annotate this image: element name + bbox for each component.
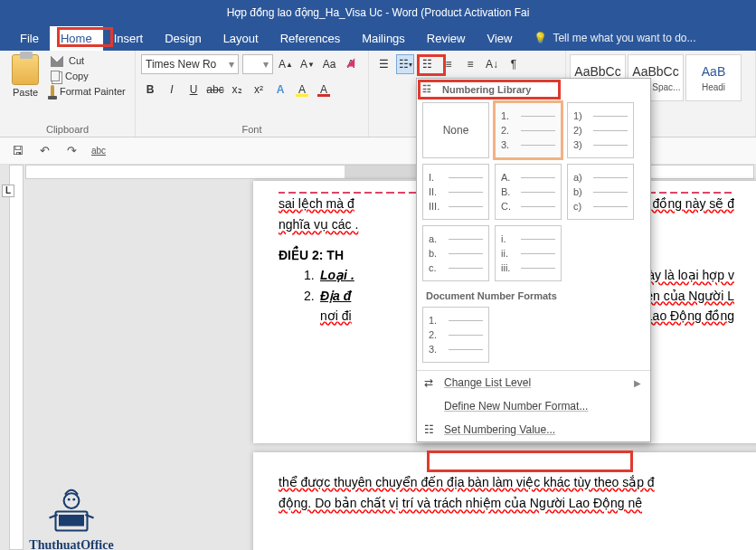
undo-button[interactable]: ↶ xyxy=(36,143,52,159)
ribbon-tabs: File Home Insert Design Layout Reference… xyxy=(0,25,756,51)
tab-selector[interactable]: L xyxy=(2,185,14,197)
tab-view[interactable]: View xyxy=(476,26,523,51)
chevron-right-icon: ▶ xyxy=(634,378,641,388)
value-icon: ☷ xyxy=(424,423,437,436)
tab-insert[interactable]: Insert xyxy=(103,26,155,51)
define-new-number-format-item[interactable]: Define New Number Format... xyxy=(417,394,650,418)
numbering-library-header: ☷ Numbering Library xyxy=(417,79,650,99)
paste-icon xyxy=(12,54,39,85)
style-sample: AaBbCc xyxy=(574,64,620,79)
doc-line: sai lệch mà đ xyxy=(279,196,354,211)
tell-me-placeholder: Tell me what you want to do... xyxy=(553,32,695,44)
style-head1-label: Headi xyxy=(702,82,725,92)
copy-icon xyxy=(51,71,60,81)
list-icon: ☷ xyxy=(422,83,431,95)
copy-button[interactable]: Copy xyxy=(51,71,126,81)
italic-button[interactable]: I xyxy=(163,80,181,100)
document-number-formats-header: Document Number Formats xyxy=(417,285,650,303)
logo-text: ThuthuatOffice xyxy=(22,538,121,550)
cut-button[interactable]: Cut xyxy=(51,54,126,67)
superscript-button[interactable]: x² xyxy=(250,80,268,100)
paste-button[interactable]: Paste xyxy=(5,54,45,98)
font-name-value: Times New Ro xyxy=(146,58,216,71)
logo-icon xyxy=(40,481,103,536)
clipboard-group-label: Clipboard xyxy=(5,122,129,135)
svg-point-4 xyxy=(72,498,75,501)
tab-mailings[interactable]: Mailings xyxy=(351,26,416,51)
bold-button[interactable]: B xyxy=(141,80,159,100)
group-clipboard: Paste Cut Copy Format Painter Clipboard xyxy=(0,51,136,137)
shrink-font-button[interactable]: A▼ xyxy=(298,54,317,74)
change-list-level-item[interactable]: ⇄ Change List Level ▶ xyxy=(417,371,650,394)
cut-icon xyxy=(51,54,63,67)
numbering-option-alpha-upper[interactable]: A. B. C. xyxy=(495,164,562,220)
title-bar: Hợp đồng lao động_Ha_Visa Uc - Word (Pro… xyxy=(0,0,756,25)
doc-line: thể được thuyên chuyển đến địa bàn làm v… xyxy=(279,475,655,489)
copy-label: Copy xyxy=(65,71,89,81)
format-painter-button[interactable]: Format Painter xyxy=(51,85,126,98)
font-group-label: Font xyxy=(141,122,363,135)
numbering-dropdown-panel: ☷ Numbering Library None 1. 2. 3. 1) 2) … xyxy=(416,78,651,442)
watermark-logo: ThuthuatOffice TIN VUI CUA DAN CONG SO xyxy=(22,481,121,550)
increase-indent-button[interactable]: ≡ xyxy=(461,54,479,74)
numbering-button[interactable]: ☷▾ xyxy=(396,54,414,74)
redo-button[interactable]: ↷ xyxy=(63,143,80,159)
numbering-library-label: Numbering Library xyxy=(442,84,531,95)
highlight-button[interactable]: A xyxy=(293,80,311,100)
numbering-option-roman-lower[interactable]: i. ii. iii. xyxy=(495,225,562,281)
svg-point-3 xyxy=(68,498,71,501)
style-heading1[interactable]: AaBHeadi xyxy=(685,54,742,101)
save-button[interactable]: 🖫 xyxy=(9,143,25,159)
svg-point-2 xyxy=(64,493,80,508)
doc-line: động. Do bản chất vị trí và trách nhiệm … xyxy=(279,496,642,510)
strikethrough-button[interactable]: abc xyxy=(206,80,224,100)
style-sample: AaB xyxy=(702,64,725,79)
numbering-option-decimal-paren[interactable]: 1) 2) 3) xyxy=(567,102,634,158)
paste-label: Paste xyxy=(13,87,38,98)
font-size-combo[interactable]: ▾ xyxy=(242,54,273,74)
sort-button[interactable]: A↓ xyxy=(483,54,501,74)
tab-references[interactable]: References xyxy=(269,26,351,51)
clear-formatting-button[interactable]: A◢ xyxy=(342,54,360,74)
numbering-option-none[interactable]: None xyxy=(422,102,489,158)
level-icon: ⇄ xyxy=(424,376,437,389)
decrease-indent-button[interactable]: ≡ xyxy=(439,54,458,74)
numbering-option-doc-decimal[interactable]: 1. 2. 3. xyxy=(422,307,489,363)
document-title: Hợp đồng lao động_Ha_Visa Uc - Word (Pro… xyxy=(227,6,530,19)
numbering-option-alpha-lower-paren[interactable]: a) b) c) xyxy=(567,164,634,220)
change-list-level-label: Change List Level xyxy=(444,376,531,389)
bulb-icon xyxy=(534,32,547,44)
subscript-button[interactable]: x₂ xyxy=(228,80,246,100)
svg-rect-1 xyxy=(59,515,84,526)
style-sample: AaBbCc xyxy=(632,64,678,79)
brush-icon xyxy=(51,85,54,98)
font-color-button[interactable]: A xyxy=(315,80,333,100)
tab-layout[interactable]: Layout xyxy=(213,26,269,51)
format-painter-label: Format Painter xyxy=(60,86,126,97)
grow-font-button[interactable]: A▲ xyxy=(277,54,295,74)
font-name-combo[interactable]: Times New Ro▾ xyxy=(141,54,239,74)
show-marks-button[interactable]: ¶ xyxy=(505,54,523,74)
chevron-down-icon: ▾ xyxy=(229,58,234,71)
tab-file[interactable]: File xyxy=(9,26,50,51)
text-effects-button[interactable]: A xyxy=(271,80,289,100)
chevron-down-icon: ▾ xyxy=(263,58,269,71)
numbering-option-roman-upper[interactable]: I. II. III. xyxy=(422,164,489,220)
tell-me-search[interactable]: Tell me what you want to do... xyxy=(534,32,695,44)
numbering-option-decimal[interactable]: 1. 2. 3. xyxy=(495,102,562,158)
document-page-2[interactable]: thể được thuyên chuyển đến địa bàn làm v… xyxy=(253,452,756,550)
tab-home[interactable]: Home xyxy=(50,26,103,51)
set-numbering-value-label: Set Numbering Value... xyxy=(444,423,555,436)
multilevel-list-button[interactable]: ☷ xyxy=(418,54,436,74)
spellcheck-button[interactable]: abc xyxy=(90,143,107,159)
change-case-button[interactable]: Aa xyxy=(320,54,338,74)
cut-label: Cut xyxy=(69,55,84,66)
underline-button[interactable]: U xyxy=(184,80,203,100)
bullets-button[interactable]: ☰ xyxy=(374,54,392,74)
doc-line: nghĩa vụ các . xyxy=(279,217,358,232)
tab-review[interactable]: Review xyxy=(416,26,477,51)
set-numbering-value-item[interactable]: ☷ Set Numbering Value... xyxy=(417,418,650,441)
tab-design[interactable]: Design xyxy=(154,26,212,51)
numbering-option-alpha-lower-dot[interactable]: a. b. c. xyxy=(422,225,489,281)
group-font: Times New Ro▾ ▾ A▲ A▼ Aa A◢ B I U abc x₂… xyxy=(136,51,369,137)
